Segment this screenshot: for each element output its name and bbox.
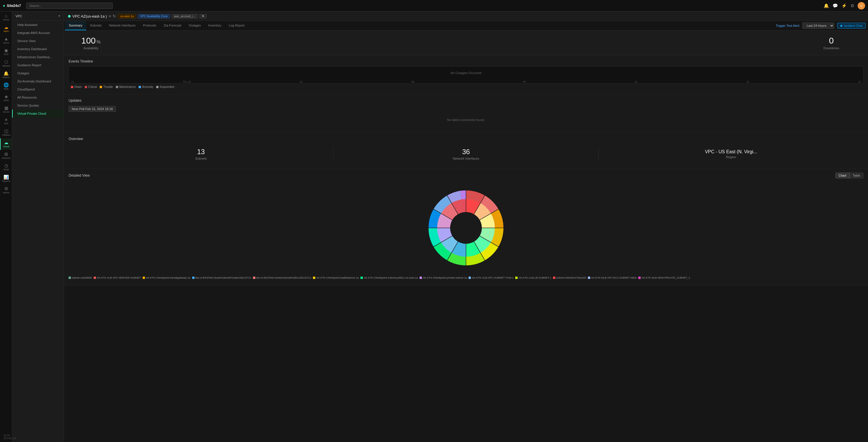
tab-protocols[interactable]: Protocols	[139, 21, 160, 30]
legend-suspended: Suspended	[156, 85, 174, 89]
sidebar-item-alibaba[interactable]: ⬡ Alibaba	[0, 58, 12, 69]
legend-critical-dot	[85, 86, 87, 88]
sidebar-item-help[interactable]: Help Assistant	[12, 21, 64, 29]
sidebar-item-azure[interactable]: ▲ Azure	[0, 35, 12, 46]
resource-status-dot	[68, 15, 71, 18]
sidebar-item-gcp[interactable]: ◉ GCP	[0, 46, 12, 58]
sidebar-item-web[interactable]: 🌐 Web	[0, 81, 12, 92]
sidebar-item-quotas[interactable]: Service Quotas	[12, 101, 64, 109]
user-avatar[interactable]: U	[858, 2, 865, 9]
sidebar-item-inventory[interactable]: Inventory Dashboard	[12, 45, 64, 53]
resource-tag-avzone: VPC Availability Zone	[138, 14, 170, 19]
incident-chat-button[interactable]: Incident Chat	[837, 23, 866, 29]
sidebar-item-k8s[interactable]: ⎈ K8s	[0, 115, 12, 127]
updates-wrap: Next Poll Feb 15, 2024 18:18 No latest c…	[69, 105, 863, 128]
tab-zia-forecast[interactable]: Zia Forecast	[160, 21, 185, 30]
legend-item-10: subnet-045e60c47dac920	[553, 276, 586, 279]
settings-icon[interactable]: ⚙	[850, 3, 854, 8]
axis-label-6: 15	[746, 81, 749, 83]
tab-network-interfaces[interactable]: Network Interfaces	[105, 21, 139, 30]
topbar-search-input[interactable]	[26, 3, 113, 9]
region-value: VPC - US East (N. Virgi...	[601, 149, 861, 154]
tab-inventory[interactable]: Inventory	[205, 21, 225, 30]
legend-item-6: AK-KTK-Checkpoint-subnet-public1-us-east…	[361, 276, 418, 279]
overview-network-interfaces: 36 Network Interfaces	[334, 144, 598, 164]
sidebar-item-network[interactable]: ⊞ Network	[0, 150, 12, 161]
sidebar-item-reports[interactable]: 📊 Reports	[0, 173, 12, 184]
notification-icon[interactable]: ⚡	[841, 3, 847, 8]
legend-color-9	[515, 277, 518, 279]
downtimes-value: 0	[824, 36, 839, 45]
chevron-down-icon[interactable]: ▾	[59, 14, 60, 18]
legend-item-4: eks-ct-EKSTest-clusterSubnetPublicUSEAST…	[253, 276, 311, 279]
resource-tag-az: us-east-1a	[118, 14, 136, 19]
resource-action-menu[interactable]: ≡	[108, 14, 111, 19]
updates-section: Updates Next Poll Feb 15, 2024 18:18 No …	[64, 95, 868, 133]
legend-item-11: AK-KTK-NLB-VPC-EC2-SUBNET-NEW	[588, 276, 637, 279]
rum-icon: ◷	[4, 163, 8, 168]
sidebar-item-server[interactable]: ▦ Server	[0, 104, 12, 115]
legend-color-0	[69, 277, 71, 279]
sidebar-item-all-resources[interactable]: All Resources	[12, 93, 64, 101]
legend-item-3: eks-ct-EKSTest-clusterSubnetPrivateUSEAS…	[192, 276, 252, 279]
tab-subnets[interactable]: Subnets	[86, 21, 105, 30]
network-label: Network	[2, 157, 10, 159]
timeline-axis: 21 Thu 16 03 06 09 12 15 16	[69, 79, 863, 83]
trigger-test-link[interactable]: Trigger Test Alert	[776, 24, 800, 27]
k8s-label: K8s	[4, 122, 8, 125]
legend-item-12: AK-KTK-NLB-NEW-PRIVATE_SUBNET_1	[638, 276, 690, 279]
sidebar-item-cloud[interactable]: ☁ Cloud	[0, 138, 12, 150]
detailed-view-title: Detailed View	[69, 173, 90, 178]
time-range-selector[interactable]: Last 24 Hours	[802, 23, 834, 29]
availability-pct: %	[97, 39, 100, 45]
sidebar-item-outages[interactable]: Outages	[12, 69, 64, 77]
sidebar-item-zia[interactable]: Zia Anomaly Dashboard	[12, 77, 64, 85]
events-timeline-title: Events Timeline	[69, 59, 863, 63]
cloud-icon: ☁	[4, 140, 8, 145]
tab-summary[interactable]: Summary	[65, 21, 86, 30]
sidebar-item-guidance[interactable]: Guidance Report	[12, 61, 64, 69]
sidebar-item-cloudspend[interactable]: CloudSpend	[12, 85, 64, 93]
legend-color-4	[253, 277, 255, 279]
legend-item-7: AK-KTK-Checkpoint-private-subnet-1a	[420, 276, 467, 279]
bell-icon[interactable]: 🔔	[824, 3, 829, 8]
sidebar-item-aws[interactable]: ☁ AWS	[0, 23, 12, 35]
table-view-button[interactable]: Table	[849, 172, 863, 178]
cloud-label: Cloud	[3, 145, 9, 148]
view-toggle-group: Chart Table	[835, 172, 863, 178]
legend-trouble-dot	[100, 86, 102, 88]
sidebar-item-alarms[interactable]: 🔔 Alarms	[0, 69, 12, 81]
legend-color-3	[192, 277, 194, 279]
alibaba-label: Alibaba	[2, 65, 10, 67]
legend-maintenance-dot	[116, 86, 118, 88]
sidebar-item-rum[interactable]: ◷ RUM	[0, 161, 12, 173]
axis-label-3: 06	[411, 81, 414, 83]
app-logo: ●	[3, 3, 5, 8]
vmware-icon: ◫	[4, 129, 8, 133]
gcp-icon: ◉	[4, 48, 8, 53]
legend-down-dot	[71, 86, 73, 88]
sidebar-item-vmware[interactable]: ◫ VMware	[0, 127, 12, 138]
legend-color-5	[313, 277, 315, 279]
tab-outages[interactable]: Outages	[185, 21, 205, 30]
resource-action-refresh[interactable]: ↻	[113, 14, 116, 19]
sidebar-item-integrate[interactable]: Integrate AWS Account	[12, 29, 64, 37]
tab-log-report[interactable]: Log Report	[225, 21, 248, 30]
legend-suspended-dot	[156, 86, 158, 88]
subnets-label: Subnets	[71, 157, 331, 160]
sidebar-item-infra[interactable]: Infrastructure Dashboa...	[12, 53, 64, 61]
apm-label: APM	[4, 99, 9, 102]
sidebar-item-home[interactable]: ⌂ Home	[0, 11, 12, 23]
chart-view-button[interactable]: Chart	[835, 172, 849, 178]
sidebar-item-service-view[interactable]: Service View	[12, 37, 64, 45]
aws-label: AWS	[4, 30, 9, 33]
resource-tag-flag: ⚑	[199, 14, 207, 19]
sidebar-item-vpc[interactable]: Virtual Private Cloud	[12, 109, 64, 118]
server-label: Server	[3, 110, 10, 113]
sidebar-title: VPC	[16, 14, 22, 18]
reports-label: Reports	[2, 180, 10, 182]
sidebar-item-admin[interactable]: ⚙ Admin	[0, 184, 12, 196]
availability-value: 100	[81, 36, 96, 45]
sidebar-item-apm[interactable]: ◈ APM	[0, 92, 12, 104]
chat-icon[interactable]: 💬	[833, 3, 838, 8]
